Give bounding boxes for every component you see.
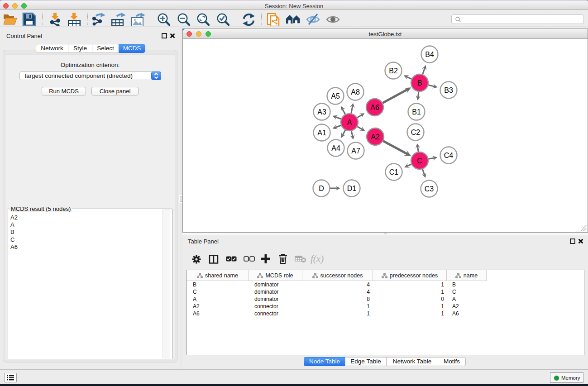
svg-text:A2: A2 xyxy=(371,133,380,141)
svg-text:C: C xyxy=(417,157,422,165)
svg-text:C2: C2 xyxy=(411,129,421,136)
svg-text:C3: C3 xyxy=(425,185,434,193)
svg-text:B4: B4 xyxy=(425,51,434,58)
svg-text:C4: C4 xyxy=(444,152,454,159)
svg-text:A1: A1 xyxy=(317,129,326,137)
svg-text:A6: A6 xyxy=(370,104,379,111)
svg-text:A8: A8 xyxy=(351,88,360,96)
svg-text:D: D xyxy=(319,185,324,192)
svg-text:A: A xyxy=(347,119,352,126)
svg-text:B: B xyxy=(417,79,422,87)
svg-text:A4: A4 xyxy=(331,144,340,152)
svg-text:C1: C1 xyxy=(389,168,399,176)
svg-text:B1: B1 xyxy=(412,108,421,116)
svg-text:A5: A5 xyxy=(331,92,340,100)
svg-text:B2: B2 xyxy=(389,67,398,75)
svg-text:A3: A3 xyxy=(317,108,326,116)
svg-text:D1: D1 xyxy=(347,185,357,192)
svg-text:A7: A7 xyxy=(351,147,360,155)
svg-text:B3: B3 xyxy=(444,86,453,94)
